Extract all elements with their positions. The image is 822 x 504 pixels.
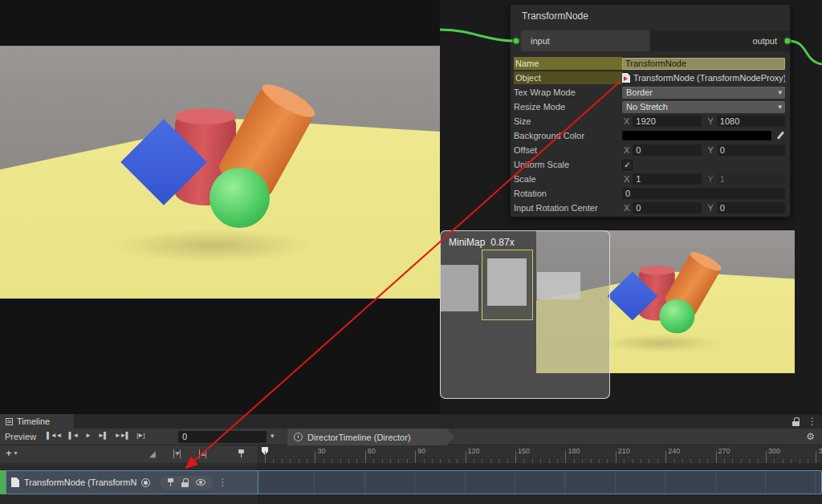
scene-3d [0, 46, 440, 299]
eye-icon[interactable] [196, 479, 206, 486]
input-rotation-center-x-field[interactable]: 0 [633, 202, 701, 213]
tex-wrap-mode-dropdown[interactable]: Border ▾ [622, 87, 785, 99]
tab-label: Timeline [17, 417, 50, 426]
x-axis-label: X [624, 174, 629, 184]
eyedropper-icon[interactable] [776, 131, 785, 140]
current-frame-field[interactable]: 0 [178, 431, 267, 443]
resize-mode-value: No Stretch [626, 102, 668, 112]
lock-icon[interactable] [181, 478, 189, 487]
kebab-menu-icon[interactable]: ⋮ [808, 417, 817, 426]
offset-y-field[interactable]: 0 [717, 144, 785, 156]
input-rotation-center-row: Input Rotation Center X 0 Y 0 [511, 201, 790, 215]
timeline-asset-icon [622, 73, 630, 83]
background-color-row: Background Color [511, 128, 790, 143]
input-rotation-center-y-field[interactable]: 0 [717, 202, 785, 213]
timeline-window-icon [6, 418, 13, 425]
timeline-ruler[interactable]: 306090120150180210240270300330 [258, 445, 822, 463]
preview-button[interactable]: Preview [5, 432, 36, 441]
play-button[interactable]: ► [85, 432, 91, 439]
ruler-tick [466, 451, 466, 463]
add-track-button[interactable]: + ▾ [6, 447, 18, 459]
rotation-field[interactable]: 0 [622, 188, 785, 199]
offset-x-field[interactable]: 0 [633, 144, 701, 156]
lane-gridline [765, 471, 766, 494]
ruler-tick [315, 451, 315, 463]
size-row: Size X 1920 Y 1080 [511, 114, 790, 128]
ruler-tick [565, 451, 566, 463]
object-reference-field[interactable]: TransformNode (TransformNodeProxy) [633, 73, 785, 83]
chevron-down-icon[interactable]: ▾ [271, 432, 275, 440]
size-x-field[interactable]: 1920 [633, 116, 701, 127]
transport-controls: ▌◄◄ ▌◄ ► ►▌ ►►▌ [►] [47, 432, 144, 439]
y-axis-label: Y [708, 145, 714, 155]
input-port[interactable]: input [521, 30, 649, 51]
record-icon[interactable] [141, 478, 150, 487]
rotation-label: Rotation [514, 187, 622, 200]
track-label: TransformNode (TransformN [24, 478, 136, 487]
goto-end-button[interactable]: ►►▌ [115, 432, 130, 439]
scene-viewport[interactable] [0, 46, 440, 299]
resize-mode-dropdown[interactable]: No Stretch ▾ [622, 101, 785, 113]
name-row: Name TransformNode [511, 56, 790, 71]
node-ports-row: input output [511, 30, 790, 51]
lane-gridline [465, 471, 466, 494]
ruler-tick [515, 451, 516, 463]
goto-start-button[interactable]: ▌◄◄ [47, 432, 62, 439]
lane-gridline [364, 471, 365, 494]
lane-gridline [715, 471, 716, 494]
kebab-menu-icon[interactable]: ⋮ [218, 478, 227, 487]
preview-shape-shadow [602, 334, 720, 353]
ruler-label: 210 [618, 447, 630, 455]
object-label: Object [514, 71, 622, 84]
track-options-section: + ▾ ◢ [0, 445, 258, 463]
output-port-label: output [752, 36, 777, 46]
size-label: Size [514, 115, 622, 128]
name-input[interactable]: TransformNode [622, 58, 785, 70]
offset-row: Offset X 0 Y 0 [511, 143, 790, 157]
lane-gridline [815, 471, 816, 494]
input-rotation-center-label: Input Rotation Center [514, 201, 622, 214]
next-frame-button[interactable]: ►▌ [98, 432, 108, 439]
size-y-field[interactable]: 1080 [717, 116, 785, 127]
ruler-tick [415, 451, 416, 463]
minimap-window[interactable]: MiniMap 0.87x [440, 230, 610, 399]
lock-icon[interactable] [792, 417, 800, 426]
pin-icon[interactable] [167, 478, 174, 487]
minimap-title: MiniMap 0.87x [449, 237, 515, 248]
ruler-tick [665, 451, 666, 463]
track-header[interactable]: TransformNode (TransformN ⋮ [6, 470, 258, 494]
green-sphere [210, 168, 270, 228]
transform-node-window[interactable]: TransformNode input output Name Transfor… [510, 4, 791, 217]
tab-timeline[interactable]: Timeline [0, 414, 74, 429]
pin-icon[interactable] [238, 449, 245, 460]
track-color-strip [0, 470, 6, 494]
ruler-label: 180 [568, 447, 580, 455]
marker-in-icon[interactable] [173, 449, 181, 460]
uniform-scale-label: Uniform Scale [514, 158, 622, 171]
x-axis-label: X [624, 203, 629, 213]
node-title: TransformNode [511, 5, 790, 27]
track-lane[interactable] [258, 470, 822, 494]
marker-out-icon[interactable] [199, 449, 206, 460]
uniform-scale-checkbox[interactable]: ✓ [622, 160, 633, 170]
prev-frame-button[interactable]: ▌◄ [69, 432, 79, 439]
scale-x-field[interactable]: 1 [633, 173, 701, 185]
offset-label: Offset [514, 144, 622, 156]
scale-label: Scale [514, 173, 622, 185]
resize-mode-row: Resize Mode No Stretch ▾ [511, 100, 790, 114]
background-color-label: Background Color [514, 129, 622, 142]
curves-view-icon[interactable]: ◢ [149, 449, 156, 458]
chevron-down-icon: ▾ [778, 87, 782, 99]
lane-gridline [564, 471, 565, 494]
color-swatch[interactable] [622, 131, 771, 140]
play-range-button[interactable]: [►] [136, 432, 144, 439]
resize-mode-label: Resize Mode [514, 100, 622, 113]
output-port[interactable]: output [651, 30, 790, 51]
rotation-row: Rotation 0 [511, 186, 790, 201]
lane-gridline [515, 471, 515, 494]
minimap-node-thumb [487, 258, 527, 306]
ruler-tick [816, 451, 816, 463]
breadcrumb[interactable]: DirectorTimeline (Director) [287, 429, 454, 445]
gear-icon[interactable]: ⚙ [806, 431, 815, 442]
scale-row: Scale X 1 Y 1 [511, 172, 790, 186]
